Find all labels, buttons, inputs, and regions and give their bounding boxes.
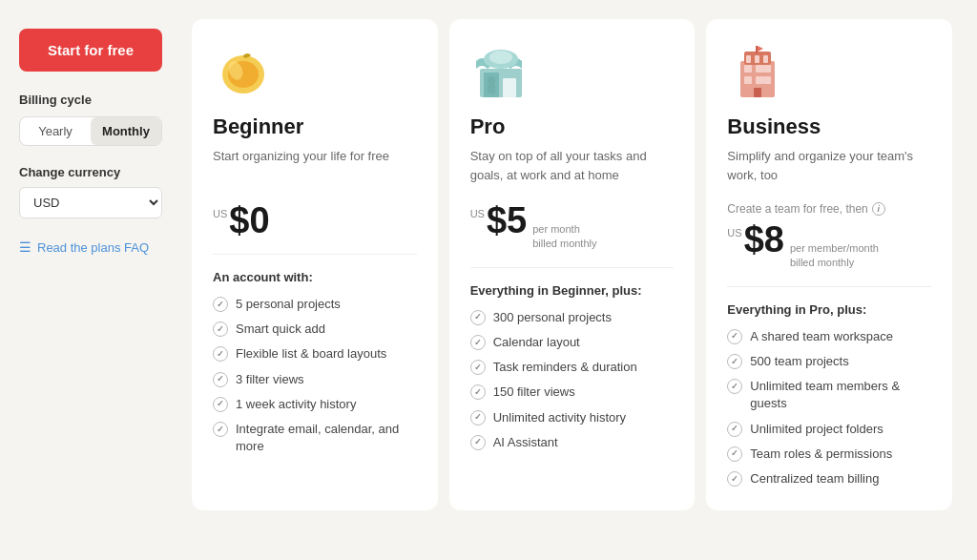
feature-text: 150 filter views [493, 384, 575, 401]
business-features-title: Everything in Pro, plus: [727, 302, 931, 317]
check-icon [213, 422, 228, 437]
svg-rect-9 [488, 84, 495, 93]
list-item: 1 week activity history [213, 396, 417, 413]
feature-text: 300 personal projects [493, 309, 612, 326]
pro-price-per: per month [532, 222, 596, 237]
list-item: AI Assistant [470, 434, 675, 451]
plan-business: Business Simplify and organize your team… [706, 19, 952, 510]
pro-price: $5 [487, 202, 527, 239]
check-icon [470, 410, 486, 425]
beginner-currency-label: US [213, 208, 227, 219]
billing-monthly-button[interactable]: Monthly [91, 117, 161, 145]
svg-rect-12 [744, 65, 752, 73]
feature-text: 500 team projects [750, 353, 848, 370]
plans-container: Beginner Start organizing your life for … [186, 19, 958, 510]
beginner-feature-list: 5 personal projects Smart quick add Flex… [213, 296, 417, 455]
beginner-icon [213, 42, 274, 103]
beginner-plan-desc: Start organizing your life for free [213, 147, 417, 185]
feature-text: Team roles & permissions [750, 446, 892, 463]
check-icon [470, 435, 486, 450]
list-item: Task reminders & duration [470, 359, 675, 376]
pro-plan-desc: Stay on top of all your tasks and goals,… [470, 147, 675, 185]
check-icon [213, 321, 228, 337]
currency-label: Change currency [19, 165, 172, 179]
check-icon [213, 346, 228, 362]
pro-plan-name: Pro [470, 114, 675, 139]
beginner-plan-name: Beginner [213, 114, 417, 139]
business-feature-list: A shared team workspace 500 team project… [727, 328, 931, 487]
business-price-per: per member/month [790, 241, 879, 256]
pricing-page: Start for free Billing cycle Yearly Mont… [19, 19, 958, 510]
svg-rect-19 [746, 55, 751, 63]
plan-beginner: Beginner Start organizing your life for … [192, 19, 438, 510]
feature-text: AI Assistant [493, 434, 558, 451]
feature-text: 3 filter views [236, 371, 304, 388]
list-item: 500 team projects [727, 353, 931, 370]
business-price-billing: billed monthly [790, 256, 879, 270]
feature-text: Calendar layout [493, 334, 580, 351]
feature-text: Unlimited team members & guests [750, 378, 931, 412]
feature-text: Unlimited activity history [493, 409, 626, 426]
billing-cycle-label: Billing cycle [19, 93, 172, 107]
business-plan-name: Business [727, 114, 931, 139]
check-icon [727, 329, 742, 344]
faq-link-label: Read the plans FAQ [37, 240, 149, 255]
billing-yearly-button[interactable]: Yearly [20, 117, 91, 145]
svg-rect-15 [744, 76, 752, 84]
pro-features-title: Everything in Beginner, plus: [470, 283, 675, 298]
pro-divider [470, 267, 675, 268]
list-item: Unlimited activity history [470, 409, 675, 426]
feature-text: Task reminders & duration [493, 359, 637, 376]
business-price: $8 [744, 221, 784, 258]
feature-text: Unlimited project folders [750, 421, 883, 438]
svg-rect-16 [756, 76, 763, 84]
feature-text: 1 week activity history [236, 396, 356, 413]
feature-text: A shared team workspace [750, 328, 893, 345]
svg-rect-21 [763, 55, 768, 63]
svg-rect-22 [756, 46, 758, 53]
check-icon [470, 310, 486, 325]
list-item: Centralized team billing [727, 470, 931, 487]
start-for-free-button[interactable]: Start for free [19, 29, 162, 72]
sidebar: Start for free Billing cycle Yearly Mont… [19, 19, 186, 510]
check-icon [470, 360, 486, 375]
beginner-divider [213, 254, 417, 255]
check-icon [470, 384, 486, 400]
plan-pro: Pro Stay on top of all your tasks and go… [449, 19, 696, 510]
list-item: Unlimited project folders [727, 421, 931, 438]
list-item: Smart quick add [213, 321, 417, 338]
currency-select[interactable]: USD EUR GBP JPY [19, 187, 162, 218]
list-item: 3 filter views [213, 371, 417, 388]
business-price-row: US $8 per member/month billed monthly [727, 221, 931, 271]
feature-text: 5 personal projects [236, 296, 341, 313]
svg-rect-18 [754, 88, 761, 97]
svg-rect-5 [503, 78, 516, 97]
list-item: Team roles & permissions [727, 446, 931, 463]
create-note-text: Create a team for free, then [727, 202, 867, 216]
list-item: A shared team workspace [727, 328, 931, 345]
info-icon: i [872, 202, 885, 216]
check-icon [213, 372, 228, 387]
beginner-price: $0 [229, 202, 269, 239]
check-icon [727, 354, 742, 369]
business-create-note: Create a team for free, then i [727, 202, 931, 216]
list-item: 150 filter views [470, 384, 675, 401]
pro-price-row: US $5 per month billed monthly [470, 202, 675, 252]
feature-text: Integrate email, calendar, and more [236, 421, 417, 455]
check-icon [727, 379, 742, 394]
business-icon [727, 42, 788, 103]
check-icon [727, 422, 742, 437]
check-icon [727, 446, 742, 462]
faq-link[interactable]: ☰ Read the plans FAQ [19, 239, 172, 255]
beginner-features-title: An account with: [213, 270, 417, 284]
feature-text: Smart quick add [236, 321, 325, 338]
check-icon [213, 297, 228, 312]
list-icon: ☰ [19, 239, 31, 255]
pro-icon [470, 42, 531, 103]
list-item: Integrate email, calendar, and more [213, 421, 417, 455]
billing-cycle-toggle: Yearly Monthly [19, 116, 162, 146]
business-currency-label: US [727, 227, 741, 239]
list-item: 5 personal projects [213, 296, 417, 313]
svg-rect-17 [763, 76, 771, 84]
business-price-note: per member/month billed monthly [790, 241, 879, 271]
